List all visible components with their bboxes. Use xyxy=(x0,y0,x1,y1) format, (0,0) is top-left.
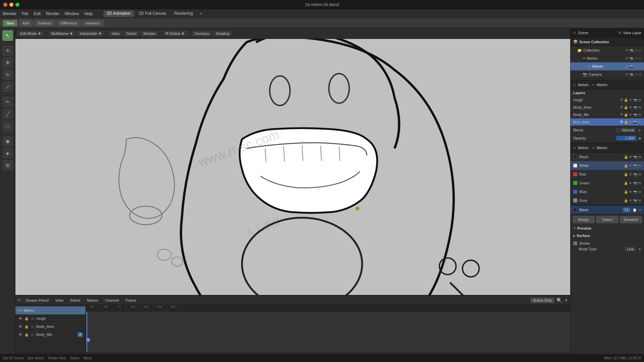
render-bodyfills[interactable]: 📷 xyxy=(633,113,637,117)
lock-icon-bodyfills[interactable]: 🔒 xyxy=(24,332,29,337)
strokes-menu[interactable]: Strokes xyxy=(141,31,158,36)
rotate-tool[interactable]: ↻ xyxy=(2,69,13,80)
subtract-button[interactable]: Subtract xyxy=(34,20,55,26)
hid-icon[interactable]: ⬡ xyxy=(638,57,641,60)
blend-dropdown[interactable]: Normal xyxy=(616,128,636,132)
mat-delete-icon[interactable]: ✕ xyxy=(639,208,641,212)
eye-icon-bodylines[interactable]: 👁 xyxy=(18,324,23,329)
eye-icon-rough[interactable]: 👁 xyxy=(18,316,23,321)
minimize-button[interactable] xyxy=(9,3,13,7)
settings-armlines[interactable]: ⚙ xyxy=(638,120,641,124)
render-icon[interactable]: 📷 xyxy=(630,49,634,52)
cam-ren-icon[interactable]: 📷 xyxy=(630,73,634,76)
mat-render-red[interactable]: 📷 xyxy=(633,173,637,176)
vis-icon-sub[interactable]: 👁 xyxy=(625,65,629,68)
mode-type-dropdown[interactable]: Line xyxy=(625,247,636,251)
sel-icon-sub[interactable]: ↗ xyxy=(635,65,637,68)
menu-file[interactable]: File xyxy=(22,11,28,16)
mat-settings-black[interactable]: ⚙ xyxy=(638,155,641,159)
pencil-icon[interactable]: ✏ xyxy=(592,83,595,87)
preview-section-header[interactable]: Preview xyxy=(571,225,644,232)
mat-grey[interactable]: Grey 🔒 👁 📷 ⚙ xyxy=(571,196,644,205)
mat-eye-green[interactable]: 👁 xyxy=(629,181,632,185)
tl-view-menu[interactable]: View xyxy=(53,298,65,303)
tl-channel-menu[interactable]: Channel xyxy=(103,298,121,303)
melvin-sub-row[interactable]: ✏ Melvin 👁 📷 ↗ ⬡ xyxy=(571,62,644,70)
blend-chevron[interactable]: ▼ xyxy=(638,128,641,132)
select-tool[interactable]: ↖ xyxy=(2,30,13,41)
menu-edit[interactable]: Edit xyxy=(34,11,41,16)
mat-eye-black[interactable]: 👁 xyxy=(629,155,632,159)
timeline-tracks[interactable]: 10 40 70 110 150 190 230 xyxy=(86,305,570,353)
mat-render-white[interactable]: 📷 xyxy=(633,164,637,168)
track-bodyfills[interactable]: 👁 🔒 □ Body_fills 2 xyxy=(15,330,86,339)
tab-rendering[interactable]: Rendering xyxy=(171,10,196,17)
move-tool[interactable]: ✥ xyxy=(2,57,13,68)
mat-red[interactable]: Red 🔒 👁 📷 ⚙ xyxy=(571,170,644,179)
box-tool[interactable]: □ xyxy=(2,121,13,131)
active-material-num[interactable]: 11 xyxy=(623,207,631,212)
camera-row[interactable]: 📷 Camera 👁 📷 ↗ ⬡ xyxy=(571,70,644,78)
stroke-checkbox[interactable] xyxy=(573,241,577,245)
mat-green[interactable]: Green 🔒 👁 📷 ⚙ xyxy=(571,179,644,187)
intersect-button[interactable]: Intersect xyxy=(82,20,104,26)
mat-settings-white[interactable]: ⚙ xyxy=(638,164,641,168)
visibility-icon[interactable]: 👁 xyxy=(625,49,629,52)
select-icon[interactable]: ↗ xyxy=(635,49,637,52)
mat-eye-blue[interactable]: 👁 xyxy=(629,190,632,194)
hide-icon-rough[interactable]: □ xyxy=(30,316,35,321)
mat-lock-green[interactable]: 🔒 xyxy=(624,181,628,185)
surface-section-header[interactable]: Surface xyxy=(571,232,644,239)
difference-button[interactable]: Difference xyxy=(57,20,81,26)
mat-eye-white[interactable]: 👁 xyxy=(629,164,632,168)
mat-render-blue[interactable]: 📷 xyxy=(633,190,637,194)
mat-settings-blue[interactable]: ⚙ xyxy=(638,190,641,194)
melvin-row[interactable]: ✏ Melvin 👁 📷 ↗ ⬡ xyxy=(571,54,644,62)
filter-icon[interactable]: ▼ xyxy=(564,298,568,303)
render-icon-2[interactable]: 📷 xyxy=(630,57,634,60)
layer-rough[interactable]: rough 🔒 👁 📷 ⚙ xyxy=(571,96,644,104)
ren-icon-sub[interactable]: 📷 xyxy=(630,65,634,68)
select-material-button[interactable]: Select xyxy=(596,216,618,223)
scale-tool[interactable]: ⤢ xyxy=(2,81,13,92)
mat-eye-grey[interactable]: 👁 xyxy=(629,199,632,202)
track-bodylines[interactable]: 👁 🔒 □ Body_lines xyxy=(15,322,86,330)
render-rough[interactable]: 📷 xyxy=(633,98,637,102)
active-only-toggle[interactable]: Active Only xyxy=(530,298,554,303)
multiframe-toggle[interactable]: Multiframe ▼ xyxy=(48,31,75,36)
deselect-material-button[interactable]: Deselect xyxy=(620,216,642,223)
hide-icon[interactable]: ⬡ xyxy=(638,49,641,52)
mat-eye-red[interactable]: 👁 xyxy=(629,173,632,176)
tl-select-menu[interactable]: Select xyxy=(68,298,83,303)
menu-render[interactable]: Render xyxy=(46,11,59,16)
menu-blender[interactable]: Blender xyxy=(3,11,16,16)
eye-icon-bodyfills[interactable]: 👁 xyxy=(18,332,23,337)
render-armlines[interactable]: 📷 xyxy=(633,120,637,124)
mat-blue[interactable]: Blue 🔒 👁 📷 ⚙ xyxy=(571,187,644,196)
hide-icon-bodyfills[interactable]: □ xyxy=(30,332,35,337)
layer-bodylines[interactable]: Body_lines 🔒 👁 📷 ⚙ xyxy=(571,104,644,111)
eye-bodyfills[interactable]: 👁 xyxy=(629,113,632,117)
sel-icon[interactable]: ↗ xyxy=(635,57,637,60)
settings-rough[interactable]: ⚙ xyxy=(638,98,641,102)
opacity-extra[interactable]: ◉ xyxy=(638,136,641,140)
tl-marker-menu[interactable]: Marker xyxy=(85,298,100,303)
weight-tool[interactable]: ◈ xyxy=(2,148,13,159)
add-button[interactable]: Add xyxy=(19,20,33,26)
mat-settings-grey[interactable]: ⚙ xyxy=(638,199,641,202)
mat-render-black[interactable]: 📷 xyxy=(633,155,637,159)
mat-lock-white[interactable]: 🔒 xyxy=(624,164,628,168)
menu-help[interactable]: Help xyxy=(84,11,93,16)
mat-lock-grey[interactable]: 🔒 xyxy=(624,199,628,202)
mat-lock-red[interactable]: 🔒 xyxy=(624,173,628,176)
cam-hid-icon[interactable]: ⬡ xyxy=(638,73,641,76)
close-button[interactable] xyxy=(3,3,7,7)
mat-lock-blue[interactable]: 🔒 xyxy=(624,190,628,194)
cam-sel-icon[interactable]: ↗ xyxy=(635,73,637,76)
shading-toggle[interactable]: Shading xyxy=(213,31,232,36)
cursor-tool[interactable]: ✛ xyxy=(2,45,13,56)
lock-armlines[interactable]: 🔒 xyxy=(624,120,628,124)
lock-icon-bodylines[interactable]: 🔒 xyxy=(24,324,29,329)
track-melvin[interactable]: ✏ Melvin xyxy=(15,306,86,314)
layer-bodyfills[interactable]: Body_fills 🔒 👁 📷 ⚙ xyxy=(571,111,644,118)
